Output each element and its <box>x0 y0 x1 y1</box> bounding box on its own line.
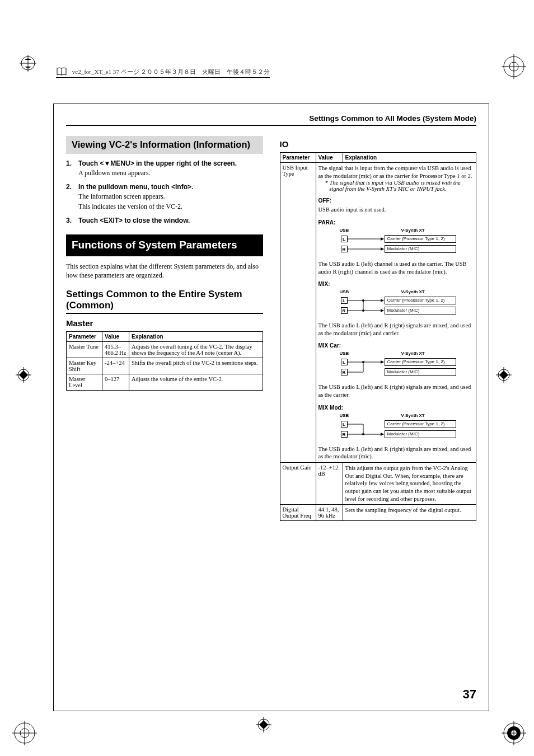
cell-value: 415.3–466.2 Hz <box>102 341 129 358</box>
cell-value: -24–+24 <box>102 358 129 374</box>
th-parameter: Parameter <box>280 153 316 162</box>
table-row: Master Tune 415.3–466.2 Hz Adjusts the o… <box>67 341 263 358</box>
svg-point-34 <box>362 309 364 312</box>
th-value: Value <box>316 153 343 162</box>
step-title: In the pulldown menu, touch <Info>. <box>78 183 263 191</box>
print-header: vc2_for_XT_e1 37 ページ ２００５年３月８日 火曜日 午後４時５… <box>56 67 270 78</box>
diagram-arrows-icon <box>318 351 486 381</box>
svg-point-33 <box>362 299 364 302</box>
usb-desc: The signal that is input from the comput… <box>318 165 474 180</box>
step-body: A pulldown menu appears. <box>78 169 263 177</box>
step-3: Touch <EXIT> to close the window. <box>66 217 263 224</box>
diagram-arrows-icon <box>318 413 486 443</box>
svg-point-44 <box>362 433 364 435</box>
cell-param: Digital Output Freq <box>280 505 316 520</box>
table-row: Master Key Shift -24–+24 Shifts the over… <box>67 358 263 374</box>
master-heading: Master <box>66 318 263 328</box>
step-body: This indicates the version of the VC-2. <box>78 203 263 211</box>
table-row: Master Level 0–127 Adjusts the volume of… <box>67 374 263 390</box>
io-row-usb: USB Input Type The signal that is input … <box>280 163 476 463</box>
mode-caption: The USB audio L (left) and R (right) sig… <box>318 445 474 461</box>
diagram-mixcar: USB V-Synth XT L R Carrier (Processor Ty… <box>318 351 474 381</box>
cell-param: USB Input Type <box>280 163 316 462</box>
crop-mark-top-left <box>11 55 34 77</box>
mode-label-off: OFF: <box>318 198 474 204</box>
th-explanation: Explanation <box>343 153 476 162</box>
crop-mark-mid-bottom <box>256 717 278 739</box>
mode-caption: The USB audio L (left) channel is used a… <box>318 260 474 275</box>
mode-caption: The USB audio L (left) and R (right) sig… <box>318 383 474 398</box>
step-1: Touch <▼MENU> in the upper right of the … <box>66 159 263 177</box>
io-table: Parameter Value Explanation USB Input Ty… <box>280 152 477 521</box>
diagram-arrows-icon <box>318 289 486 320</box>
cell-expl: Adjusts the volume of the entire VC-2. <box>129 374 263 390</box>
cell-param: Output Gain <box>280 463 316 504</box>
mode-caption: The USB audio L (left) and R (right) sig… <box>318 322 474 337</box>
cell-param: Master Level <box>67 374 102 390</box>
mode-label-mix: MIX: <box>318 281 474 287</box>
io-heading: IO <box>280 139 477 149</box>
master-table: Parameter Value Explanation Master Tune … <box>66 331 263 391</box>
cell-expl: Adjusts the overall tuning of the VC-2. … <box>129 341 263 358</box>
step-title: Touch <EXIT> to close the window. <box>78 217 263 224</box>
cell-param: Master Key Shift <box>67 358 102 374</box>
cell-value: 44.1, 48, 96 kHz <box>316 505 343 520</box>
page-title: Settings Common to All Modes (System Mod… <box>66 114 476 126</box>
print-header-text: vc2_for_XT_e1 37 ページ ２００５年３月８日 火曜日 午後４時５… <box>72 68 270 75</box>
diagram-para: USB V-Synth XT L R Carrier (Processor Ty… <box>318 228 474 258</box>
steps-list: Touch <▼MENU> in the upper right of the … <box>66 159 263 224</box>
cell-expl: This adjusts the output gain from the VC… <box>343 463 476 504</box>
step-2: In the pulldown menu, touch <Info>. The … <box>66 183 263 211</box>
cell-param: Master Tune <box>67 341 102 358</box>
step-body: The information screen appears. <box>78 192 263 201</box>
cell-usb-content: The signal that is input from the comput… <box>316 163 476 462</box>
right-column: IO Parameter Value Explanation USB Input… <box>280 136 477 521</box>
common-heading: Settings Common to the Entire System (Co… <box>66 289 263 314</box>
info-heading: Viewing VC-2's Information (Information) <box>66 136 263 154</box>
crop-mark-bottom-left <box>11 720 34 742</box>
cell-expl: Sets the sampling frequency of the digit… <box>343 505 476 520</box>
diagram-mix: USB V-Synth XT L R Carrier (Processor Ty… <box>318 289 474 320</box>
left-column: Viewing VC-2's Information (Information)… <box>66 136 263 521</box>
usb-note: * The signal that is input via USB audio… <box>325 180 474 192</box>
th-value: Value <box>102 331 129 341</box>
cell-expl: Shifts the overall pitch of the VC-2 in … <box>129 358 263 374</box>
functions-heading: Functions of System Parameters <box>66 234 263 256</box>
diagram-arrows-icon <box>318 228 486 258</box>
crop-mark-top-right <box>500 53 523 76</box>
mode-label-mixmod: MIX Mod: <box>318 405 474 411</box>
cell-value: -12–+12 dB <box>316 463 343 504</box>
mode-caption: USB audio input is not used. <box>318 206 474 214</box>
book-icon <box>56 67 67 77</box>
mode-label-mixcar: MIX Car: <box>318 342 474 349</box>
io-row-output-gain: Output Gain -12–+12 dB This adjusts the … <box>280 463 476 505</box>
crop-mark-mid-right <box>496 367 518 389</box>
svg-point-39 <box>362 361 364 363</box>
step-title: Touch <▼MENU> in the upper right of the … <box>78 159 263 167</box>
functions-intro: This section explains what the different… <box>66 262 263 280</box>
mode-label-para: PARA: <box>318 219 474 226</box>
th-parameter: Parameter <box>67 331 102 341</box>
page-number: 37 <box>463 687 476 702</box>
io-header-row: Parameter Value Explanation <box>280 153 476 163</box>
crop-mark-mid-left <box>16 367 38 389</box>
io-row-digital-out: Digital Output Freq 44.1, 48, 96 kHz Set… <box>280 505 476 520</box>
th-explanation: Explanation <box>129 331 263 341</box>
diagram-mixmod: USB V-Synth XT L R Carrier (Processor Ty… <box>318 413 474 443</box>
page-frame: Settings Common to All Modes (System Mod… <box>53 104 489 711</box>
crop-mark-bottom-right <box>500 720 523 742</box>
cell-value: 0–127 <box>102 374 129 390</box>
